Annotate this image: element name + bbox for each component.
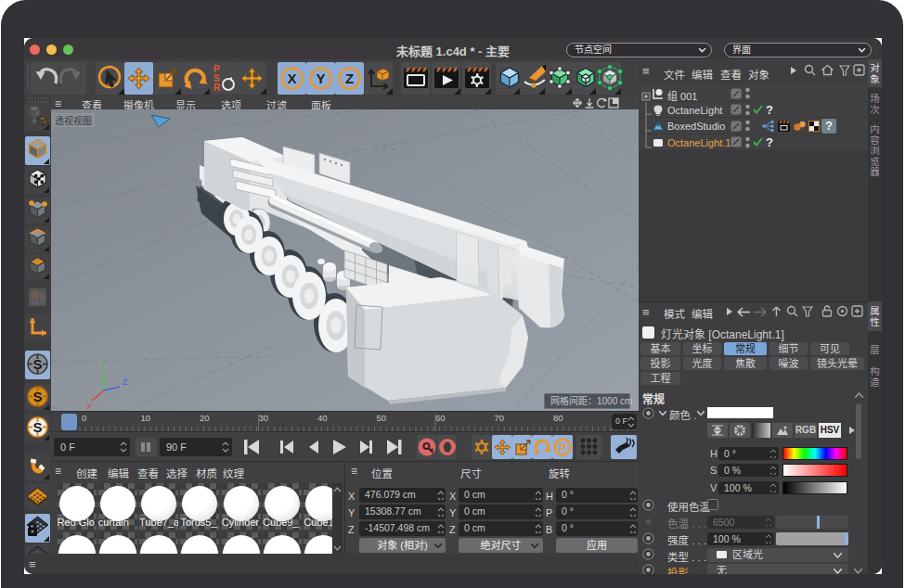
svg-text:S: S [32, 389, 42, 404]
svg-text:X: X [86, 402, 92, 411]
svg-text:网格间距：1000 cm: 网格间距：1000 cm [550, 395, 632, 406]
svg-text:70: 70 [495, 413, 505, 423]
svg-text:50: 50 [377, 413, 387, 423]
svg-text:透视视图: 透视视图 [55, 115, 92, 126]
svg-text:20: 20 [200, 413, 210, 423]
svg-text:Z: Z [345, 70, 354, 86]
svg-text:Y: Y [317, 70, 326, 86]
svg-text:P: P [559, 441, 566, 454]
svg-text:10: 10 [141, 413, 151, 423]
svg-text:80: 80 [553, 413, 563, 423]
svg-text:S: S [32, 356, 42, 372]
svg-text:0: 0 [82, 413, 86, 423]
svg-text:40: 40 [317, 413, 328, 423]
svg-text:Y: Y [99, 360, 105, 369]
svg-text:R: R [213, 83, 221, 93]
svg-text:Z: Z [123, 377, 128, 387]
svg-text:X: X [288, 70, 297, 86]
svg-text:S: S [32, 419, 42, 435]
svg-text:60: 60 [435, 413, 446, 423]
svg-text:30: 30 [259, 413, 269, 423]
